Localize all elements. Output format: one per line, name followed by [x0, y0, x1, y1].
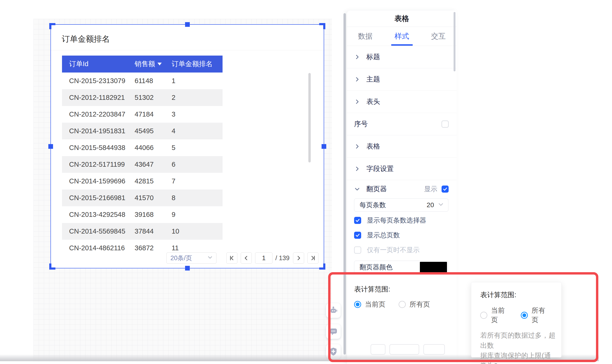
table-widget-card[interactable]: 订单金额排名 订单Id 销售额 订单金额排名 CN-2015-231307961… — [50, 24, 324, 268]
panel-title: 表格 — [347, 11, 457, 27]
canvas-scrollbar[interactable] — [344, 13, 346, 355]
clipped-control[interactable] — [371, 344, 385, 355]
radio-all-pages[interactable]: 所有页 — [399, 300, 430, 309]
show-size-selector-checkbox[interactable] — [354, 217, 361, 224]
checkbox-row-size-selector: 显示每页条数选择器 — [354, 217, 450, 224]
chevron-down-icon — [207, 255, 213, 262]
pagination-bar: 20条/页 1 / 139 — [167, 252, 319, 264]
table-header-row: 订单Id 销售额 订单金额排名 — [62, 56, 223, 73]
radio-current-page[interactable]: 当前页 — [354, 300, 385, 309]
assistant-robot-button[interactable] — [326, 303, 341, 318]
column-header-sales[interactable]: 销售额 — [128, 59, 167, 69]
callout-calc-scope-label: 表计算范围: — [480, 290, 561, 300]
table-scrollbar[interactable] — [308, 73, 311, 162]
robot-icon — [329, 306, 338, 315]
section-theme[interactable]: 主题 — [347, 68, 457, 91]
first-page-button[interactable] — [226, 252, 237, 264]
checkbox-row-total-pages: 显示总页数 — [354, 232, 450, 239]
clipped-control[interactable] — [423, 344, 445, 355]
section-serial-number: 序号 — [347, 113, 457, 135]
table-row: CN-2015-2313079611481 — [62, 73, 223, 89]
callout-options: 当前页 所有页 — [480, 306, 561, 325]
chat-dots-icon — [329, 327, 338, 336]
pager-color-setting[interactable]: 翻页器颜色 — [354, 261, 448, 274]
check-icon — [355, 218, 360, 223]
chevron-right-icon — [354, 143, 360, 150]
tab-style[interactable]: 样式 — [384, 27, 420, 46]
total-pages-label: / 139 — [275, 255, 290, 262]
data-table: 订单Id 销售额 订单金额排名 CN-2015-2313079611481 CN… — [62, 56, 223, 252]
active-tab-indicator — [391, 44, 413, 46]
table-row: CN-2015-2166981415708 — [62, 190, 223, 206]
section-pager[interactable]: 翻页器 显示 — [347, 180, 457, 198]
app-root: 订单金额排名 订单Id 销售额 订单金额排名 CN-2015-231307961… — [0, 0, 612, 364]
calc-scope-options: 当前页 所有页 — [354, 300, 450, 309]
section-table[interactable]: 表格 — [347, 135, 457, 158]
pager-show-checkbox[interactable] — [442, 185, 449, 193]
widget-title-divider — [50, 50, 324, 50]
section-title[interactable]: 标题 — [347, 46, 457, 68]
show-label: 显示 — [424, 185, 437, 194]
comments-button[interactable] — [326, 324, 341, 339]
table-row: CN-2014-55698453784410 — [62, 223, 223, 240]
tab-data[interactable]: 数据 — [347, 27, 384, 46]
widget-title: 订单金额排名 — [62, 34, 110, 44]
page-number-input[interactable]: 1 — [255, 252, 273, 264]
table-body: CN-2015-2313079611481 CN-2012-1182921513… — [62, 73, 223, 252]
chevron-down-icon — [438, 201, 444, 209]
callout-radio-all-pages[interactable]: 所有页 — [521, 306, 551, 325]
first-page-icon — [229, 255, 235, 261]
radio-unselected-icon[interactable] — [399, 301, 406, 308]
page-size-setting-select[interactable]: 每页条数 20 — [354, 198, 448, 212]
table-row: CN-2013-4292548391689 — [62, 206, 223, 223]
column-header-rank[interactable]: 订单金额排名 — [167, 59, 223, 69]
next-page-button[interactable] — [293, 252, 304, 264]
table-row: CN-2014-1599696428157 — [62, 173, 223, 190]
callout-description: 若所有页的数据过多，超出数 据库查询保护的上限(通常为2 万条)，则也会在上限范… — [480, 330, 556, 364]
check-icon — [355, 233, 360, 238]
chevron-right-icon — [354, 54, 360, 60]
table-row: CN-2012-2203847471843 — [62, 106, 223, 123]
last-page-button[interactable] — [307, 252, 319, 264]
chevron-right-icon — [296, 255, 302, 261]
settings-panel: 表格 数据 样式 交互 标题 主题 表头 序号 表格 字段设 — [347, 11, 457, 364]
chevron-right-icon — [354, 166, 360, 172]
chevron-right-icon — [354, 76, 360, 82]
radio-selected-icon[interactable] — [521, 312, 528, 319]
calc-scope-callout: 表计算范围: 当前页 所有页 若所有页的数据过多，超出数 据库查询保护的上限(通… — [471, 282, 562, 357]
table-row: CN-2012-1182921513022 — [62, 89, 223, 106]
tab-interaction[interactable]: 交互 — [420, 27, 457, 46]
table-row: CN-2012-5171199436476 — [62, 156, 223, 173]
callout-radio-current-page[interactable]: 当前页 — [480, 306, 510, 325]
table-row: CN-2014-1951831454954 — [62, 123, 223, 139]
radio-selected-icon[interactable] — [354, 301, 361, 308]
table-row: CN-2014-48621163687211 — [62, 240, 223, 252]
section-field-settings[interactable]: 字段设置 — [347, 158, 457, 180]
calc-scope-label: 表计算范围: — [354, 285, 450, 294]
page-size-select[interactable]: 20条/页 — [167, 252, 216, 264]
chevron-right-icon — [354, 99, 360, 105]
show-total-pages-checkbox[interactable] — [354, 232, 361, 239]
page-size-value: 20 — [427, 201, 434, 209]
column-header-order-id[interactable]: 订单Id — [62, 59, 128, 69]
check-icon — [443, 186, 448, 192]
prev-page-button[interactable] — [241, 252, 252, 264]
checkbox-row-hide-single-page: 仅有一页时不显示 — [354, 247, 450, 254]
clipped-control[interactable] — [389, 344, 419, 355]
sort-desc-icon[interactable] — [157, 63, 162, 65]
chevron-down-icon — [354, 186, 360, 192]
radio-unselected-icon[interactable] — [480, 312, 487, 319]
chevron-left-icon — [243, 255, 249, 261]
table-row: CN-2015-5844938440665 — [62, 139, 223, 156]
section-table-header[interactable]: 表头 — [347, 91, 457, 113]
hide-single-page-checkbox[interactable] — [354, 247, 361, 254]
last-page-icon — [310, 255, 316, 261]
panel-scrollbar[interactable] — [454, 12, 456, 71]
panel-tabs: 数据 样式 交互 — [347, 27, 457, 46]
serial-number-checkbox[interactable] — [442, 120, 449, 128]
color-swatch[interactable] — [420, 262, 447, 273]
